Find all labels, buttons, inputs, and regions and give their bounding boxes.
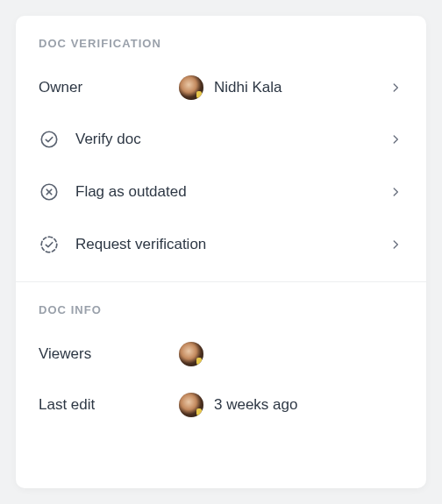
viewers-value xyxy=(179,342,203,366)
avatar xyxy=(179,393,203,417)
check-circle-icon xyxy=(39,129,60,150)
last-edit-time: 3 weeks ago xyxy=(214,396,297,414)
avatar xyxy=(179,75,203,100)
avatar xyxy=(179,342,203,366)
doc-panel: DOC VERIFICATION Owner Nidhi Kala Verify… xyxy=(16,16,426,488)
section-header-info: DOC INFO xyxy=(16,282,426,329)
owner-name: Nidhi Kala xyxy=(214,79,282,96)
flag-outdated-label: Flag as outdated xyxy=(75,183,187,201)
last-edit-key: Last edit xyxy=(39,396,179,414)
chevron-right-icon xyxy=(388,131,403,147)
flag-outdated-row[interactable]: Flag as outdated xyxy=(16,166,426,218)
owner-value: Nidhi Kala xyxy=(179,75,282,100)
request-verification-label: Request verification xyxy=(75,236,206,253)
viewers-row: Viewers xyxy=(16,329,426,380)
chevron-right-icon xyxy=(388,184,403,200)
owner-key: Owner xyxy=(39,79,179,96)
request-verification-row[interactable]: Request verification xyxy=(16,218,426,271)
svg-point-0 xyxy=(41,131,56,146)
verify-doc-label: Verify doc xyxy=(75,131,141,148)
last-edit-row: Last edit 3 weeks ago xyxy=(16,380,426,430)
section-header-verification: DOC VERIFICATION xyxy=(16,16,426,62)
x-circle-icon xyxy=(39,181,60,202)
viewers-key: Viewers xyxy=(39,345,179,363)
chevron-right-icon xyxy=(388,80,403,96)
chevron-right-icon xyxy=(388,237,403,252)
owner-row[interactable]: Owner Nidhi Kala xyxy=(16,62,426,113)
dashed-check-circle-icon xyxy=(39,234,60,255)
last-edit-value: 3 weeks ago xyxy=(179,393,297,417)
verify-doc-row[interactable]: Verify doc xyxy=(16,113,426,166)
